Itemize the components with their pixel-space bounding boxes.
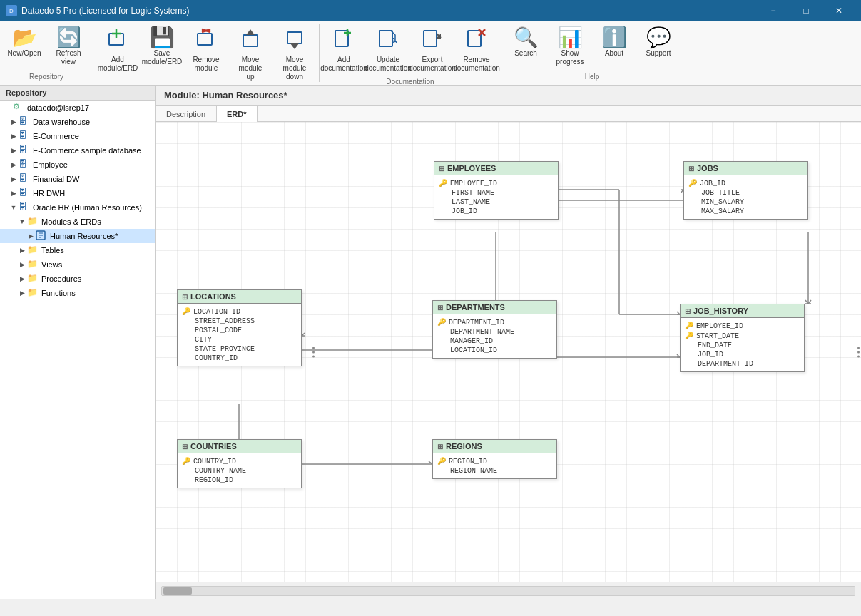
erd-table-regions[interactable]: ⊞REGIONS🔑REGION_IDREGION_NAME (432, 439, 557, 479)
sidebar-content[interactable]: ⚙ dataedo@lsrep17 ▶ 🗄 Data warehouse ▶ 🗄… (0, 101, 155, 599)
svg-rect-19 (468, 31, 481, 46)
remove-doc-button[interactable]: Remove documentation (455, 24, 498, 76)
ecommerce-sample-icon: 🗄 (19, 145, 30, 156)
scrollbar-area[interactable] (161, 586, 855, 596)
new-open-button[interactable]: 📂 New/Open (3, 24, 46, 71)
toolbar-group-actions-items: Add module/ERD 💾 Save module/ERD Remove … (96, 24, 316, 85)
svg-rect-10 (287, 32, 302, 43)
tab-description[interactable]: Description (156, 106, 216, 122)
oracle-hr-expander: ▼ (9, 202, 19, 212)
views-label: Views (41, 260, 62, 269)
financial-dw-label: Financial DW (33, 175, 79, 183)
erd-field-jobs-min_salary: MIN_SALARY (684, 197, 807, 207)
save-module-button[interactable]: 💾 Save module/ERD (141, 24, 183, 71)
add-module-button[interactable]: Add module/ERD (96, 24, 139, 76)
add-doc-icon (332, 28, 355, 54)
erd-table-jobs[interactable]: ⊞JOBS🔑JOB_IDJOB_TITLEMIN_SALARYMAX_SALAR… (683, 161, 808, 220)
sidebar-item-employee[interactable]: ▶ 🗄 Employee (0, 158, 155, 172)
sidebar-item-human-resources[interactable]: ▶ Human Resources* (0, 229, 155, 243)
field-name: EMPLOYEE_ID (696, 322, 743, 330)
add-doc-button[interactable]: Add documentation (322, 24, 365, 76)
erd-table-employees[interactable]: ⊞EMPLOYEES🔑EMPLOYEE_IDFIRST_NAMELAST_NAM… (434, 161, 559, 220)
financial-dw-expander: ▶ (9, 174, 19, 184)
svg-marker-9 (246, 29, 255, 35)
sidebar-item-procedures[interactable]: ▶ 📁 Procedures (0, 272, 155, 286)
erd-table-countries[interactable]: ⊞COUNTRIES🔑COUNTRY_IDCOUNTRY_NAMEREGION_… (177, 439, 302, 488)
horizontal-scrollbar[interactable] (161, 586, 855, 596)
connection-label: dataedo@lsrep17 (27, 103, 89, 112)
svg-rect-8 (243, 35, 258, 46)
erd-canvas[interactable]: ⊞EMPLOYEES🔑EMPLOYEE_IDFIRST_NAMELAST_NAM… (156, 122, 861, 582)
field-name: DEPARTMENT_ID (449, 319, 504, 327)
sidebar-item-functions[interactable]: ▶ 📁 Functions (0, 286, 155, 300)
field-name: DEPARTMENT_ID (698, 360, 753, 368)
erd-field-locations-country_id: COUNTRY_ID (178, 354, 301, 363)
sidebar-item-modules-erds[interactable]: ▼ 📁 Modules & ERDs (0, 215, 155, 229)
sidebar-item-views[interactable]: ▶ 📁 Views (0, 257, 155, 272)
scrollbar-thumb[interactable] (163, 587, 192, 595)
table-name-employees: EMPLOYEES (447, 164, 496, 173)
ecommerce-icon: 🗄 (19, 130, 30, 142)
sidebar-item-financial-dw[interactable]: ▶ 🗄 Financial DW (0, 172, 155, 186)
titlebar-left: D Dataedo 5 Pro (Licensed for Logic Syst… (6, 5, 189, 16)
sidebar-item-oracle-hr[interactable]: ▼ 🗄 Oracle HR (Human Resources) (0, 200, 155, 215)
update-doc-button[interactable]: Update documentation (367, 24, 409, 76)
move-up-icon (239, 28, 262, 54)
move-up-button[interactable]: Move module up (229, 24, 272, 85)
sidebar-item-tables[interactable]: ▶ 📁 Tables (0, 243, 155, 257)
export-doc-button[interactable]: Export documentation (411, 24, 454, 76)
table-grid-icon: ⊞ (437, 443, 443, 451)
key-icon: 🔑 (685, 332, 693, 340)
erd-table-departments[interactable]: ⊞DEPARTMENTS🔑DEPARTMENT_IDDEPARTMENT_NAM… (432, 300, 557, 359)
erd-field-departments-department_id: 🔑DEPARTMENT_ID (433, 317, 556, 327)
functions-label: Functions (41, 289, 76, 297)
about-icon: ℹ️ (602, 28, 627, 48)
sidebar-item-data-warehouse[interactable]: ▶ 🗄 Data warehouse (0, 115, 155, 129)
key-icon: 🔑 (437, 318, 446, 327)
add-module-label: Add module/ERD (98, 56, 138, 73)
table-grid-icon: ⊞ (685, 307, 691, 315)
erd-table-job-history[interactable]: ⊞JOB_HISTORY🔑EMPLOYEE_ID🔑START_DATEEND_D… (680, 304, 805, 372)
erd-field-locations-state_province: STATE_PROVINCE (178, 344, 301, 354)
search-button[interactable]: 🔍 Search (504, 24, 547, 71)
sidebar-item-hr-dwh[interactable]: ▶ 🗄 HR DWH (0, 186, 155, 200)
tab-erd[interactable]: ERD* (216, 106, 258, 122)
modules-erds-label: Modules & ERDs (41, 217, 101, 226)
show-progress-button[interactable]: 📊 Show progress (549, 24, 591, 71)
maximize-button[interactable]: □ (790, 0, 822, 21)
erd-table-locations[interactable]: ⊞LOCATIONS🔑LOCATION_IDSTREET_ADDRESSPOST… (177, 289, 302, 366)
sidebar-item-ecommerce-sample[interactable]: ▶ 🗄 E-Commerce sample database (0, 143, 155, 158)
minimize-button[interactable]: − (757, 0, 790, 21)
svg-line-55 (805, 300, 808, 304)
key-icon: 🔑 (182, 457, 190, 466)
erd-field-regions-region_id: 🔑REGION_ID (433, 456, 556, 466)
support-button[interactable]: 💬 Support (637, 24, 680, 71)
search-label: Search (514, 49, 537, 58)
update-doc-icon (377, 28, 399, 54)
close-button[interactable]: ✕ (822, 0, 855, 21)
remove-module-button[interactable]: Remove module (185, 24, 228, 76)
field-name: REGION_ID (195, 476, 233, 484)
erd-table-body-employees: 🔑EMPLOYEE_IDFIRST_NAMELAST_NAMEJOB_ID (434, 175, 558, 219)
new-open-icon: 📂 (12, 28, 37, 48)
titlebar-controls[interactable]: − □ ✕ (757, 0, 855, 21)
field-name: DEPARTMENT_NAME (450, 328, 514, 336)
refresh-button[interactable]: 🔄 Refresh view (47, 24, 90, 71)
about-button[interactable]: ℹ️ About (593, 24, 636, 71)
human-resources-expander: ▶ (26, 231, 36, 241)
move-up-label: Move module up (234, 56, 267, 81)
support-icon: 💬 (646, 28, 671, 48)
erd-field-jobs-job_title: JOB_TITLE (684, 188, 807, 197)
right-side-handle[interactable] (856, 344, 861, 360)
connection-item[interactable]: ⚙ dataedo@lsrep17 (0, 101, 155, 115)
views-expander: ▶ (17, 260, 27, 270)
erd-field-job-history-employee_id: 🔑EMPLOYEE_ID (681, 321, 804, 331)
left-side-handle[interactable] (311, 344, 316, 360)
move-down-button[interactable]: Move module down (273, 24, 316, 85)
svg-rect-16 (424, 31, 437, 46)
hr-dwh-label: HR DWH (33, 189, 65, 197)
sidebar-item-ecommerce[interactable]: ▶ 🗄 E-Commerce (0, 129, 155, 143)
human-resources-label: Human Resources* (50, 232, 118, 240)
field-name: STATE_PROVINCE (195, 345, 255, 353)
toolbar: 📂 New/Open 🔄 Refresh view Repository (0, 21, 861, 86)
